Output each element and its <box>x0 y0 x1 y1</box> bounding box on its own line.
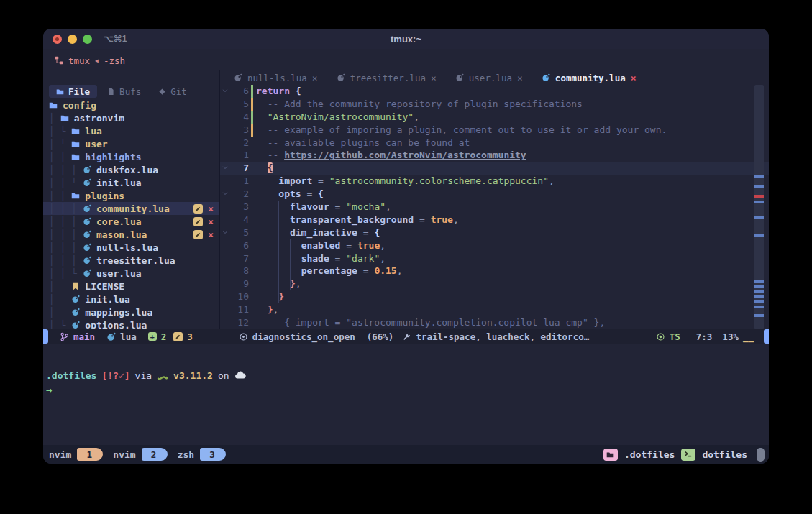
terminal-tab-process: -zsh <box>104 55 125 66</box>
tree-item-plugins[interactable]: │ │ plugins <box>43 189 219 202</box>
lua-file-icon <box>83 230 91 239</box>
code-line[interactable]: 9 }, <box>220 277 769 290</box>
line-number: 10 <box>230 290 249 303</box>
line-number: 5 <box>230 98 249 111</box>
buffer-tab-label: user.lua <box>469 73 512 83</box>
code-token: = <box>357 265 374 276</box>
tree-item-user[interactable]: │ └ user <box>43 137 219 150</box>
tree-item-label: LICENSE <box>85 281 124 292</box>
tree-item-LICENSE[interactable]: │ LICENSE <box>43 280 219 293</box>
code-line[interactable]: 5 dim_inactive = { <box>220 226 769 239</box>
code-line[interactable]: 8 percentage = 0.15, <box>220 265 769 277</box>
code-line[interactable]: 4 transparent_background = true, <box>220 214 769 226</box>
code-line[interactable]: 3 flavour = "mocha", <box>220 201 769 214</box>
code-line[interactable]: 6 enabled = true, <box>220 239 769 252</box>
tmux-window-index-badge: 1 <box>77 448 103 461</box>
code-line[interactable]: 6return { <box>220 85 769 98</box>
terminal-tab[interactable]: tmux ◀ -zsh <box>55 53 125 68</box>
code-token: = <box>301 188 318 199</box>
git-sign-column <box>249 111 256 124</box>
code-token: { <box>374 227 380 238</box>
buffer-tab-user-lua[interactable]: user.lua× <box>448 70 530 85</box>
code-line[interactable]: 2 -- available plugins can be found at <box>220 137 769 150</box>
explorer-tab-bufs[interactable]: Bufs <box>100 85 148 98</box>
code-line[interactable]: 2 opts = { <box>220 188 769 201</box>
buffer-close-icon[interactable]: × <box>517 73 523 83</box>
git-sign-column <box>249 201 256 214</box>
buffer-tab-treesitter-lua[interactable]: treesitter.lua× <box>329 70 444 85</box>
buffer-close-icon[interactable]: × <box>431 73 437 83</box>
code-line[interactable]: 10 } <box>220 290 769 303</box>
code-line[interactable]: 5 -- Add the community repository of plu… <box>220 98 769 111</box>
folder-icon <box>49 101 58 109</box>
tree-item-user-lua[interactable]: │ │ └ user.lua <box>43 267 219 280</box>
explorer-tab-git[interactable]: Git <box>151 85 194 98</box>
code-token: import <box>278 175 312 186</box>
code-token: true <box>431 214 453 225</box>
tmux-window-3[interactable]: zsh3 <box>178 448 226 461</box>
tree-item-null-ls-lua[interactable]: │ │ │ null-ls.lua <box>43 241 219 254</box>
editor-scrollbar[interactable] <box>754 85 764 329</box>
tree-item-mason-lua[interactable]: │ │ │ mason.lua× <box>43 228 219 241</box>
git-sign-change <box>251 124 253 137</box>
code-line[interactable]: 1 -- https://github.com/AstroNvim/astroc… <box>220 149 769 162</box>
tree-item-init-lua[interactable]: │ init.lua <box>43 293 219 306</box>
tree-item-astronvim[interactable]: │ astronvim <box>43 111 219 124</box>
fold-chevron-icon[interactable] <box>220 188 230 201</box>
tree-guides: │ │ │ <box>49 165 83 175</box>
formatters-segment: trail-space, luacheck, editorco… <box>402 331 589 342</box>
treesitter-segment: TS <box>656 331 680 342</box>
line-number: 3 <box>230 201 249 214</box>
tmux-window-2[interactable]: nvim2 <box>113 448 167 461</box>
tree-item-label: treesitter.lua <box>96 255 175 266</box>
git-branch-segment[interactable]: main <box>60 331 95 342</box>
tree-item-init-lua[interactable]: │ │ └ init.lua <box>43 176 219 189</box>
code-line[interactable]: 11 }, <box>220 303 769 316</box>
code-token: = <box>312 175 329 186</box>
code-editor[interactable]: 6return {5 -- Add the community reposito… <box>220 85 769 329</box>
buffer-close-icon[interactable]: × <box>312 73 318 83</box>
line-number: 7 <box>230 162 249 175</box>
code-text: -- Add the community repository of plugi… <box>256 98 769 111</box>
titlebar: ⌥⌘1 tmux:~ <box>43 29 769 49</box>
buffer-tab-null-ls-lua[interactable]: null-ls.lua× <box>227 70 325 85</box>
fold-chevron-icon <box>220 239 230 252</box>
tree-item-config[interactable]: config <box>43 98 219 111</box>
shell-pane[interactable]: .dotfiles [!?✓] via v3.11.2 on → <box>43 344 769 445</box>
scroll-percent: 13% <box>722 331 739 342</box>
tree-item-highlights[interactable]: │ │ highlights <box>43 150 219 163</box>
fold-chevron-icon <box>220 98 230 111</box>
tmux-right-status: .dotfilesdotfiles <box>603 448 769 462</box>
fold-chevron-icon <box>220 214 230 226</box>
code-text: shade = "dark", <box>256 252 769 265</box>
code-line[interactable]: 3 -- example of imporing a plugin, comme… <box>220 124 769 137</box>
terminal-badge-icon <box>681 449 695 461</box>
git-sign-column <box>249 265 256 277</box>
code-line[interactable]: 4 "AstroNvim/astrocommunity", <box>220 111 769 124</box>
tree-item-lua[interactable]: │ └ lua <box>43 124 219 137</box>
tree-guides: │ │ └ <box>49 178 83 188</box>
fold-chevron-icon[interactable] <box>220 162 230 175</box>
code-line[interactable]: 7 { <box>220 162 769 175</box>
buffer-close-icon[interactable]: × <box>631 73 637 83</box>
line-number: 1 <box>230 175 249 188</box>
code-token: dim_inactive <box>290 227 357 238</box>
tree-item-community-lua[interactable]: │ │ │ community.lua× <box>43 202 219 215</box>
tree-item-options-lua[interactable]: │ └ options.lua <box>43 318 219 329</box>
code-line[interactable]: 7 shade = "dark", <box>220 252 769 265</box>
tree-item-mappings-lua[interactable]: │ mappings.lua <box>43 306 219 318</box>
editor-cursor[interactable]: { <box>268 162 273 173</box>
explorer-tab-file[interactable]: File <box>49 85 97 98</box>
fold-chevron-icon[interactable] <box>220 85 230 98</box>
buffer-tab-community-lua[interactable]: community.lua× <box>534 70 644 85</box>
terminal-tab-arrow-icon: ◀ <box>95 58 99 64</box>
tree-item-core-lua[interactable]: │ │ │ core.lua× <box>43 215 219 228</box>
cloud-icon <box>234 370 246 381</box>
tmux-window-1[interactable]: nvim1 <box>49 448 103 461</box>
tree-item-treesitter-lua[interactable]: │ │ │ treesitter.lua <box>43 254 219 267</box>
code-line[interactable]: 1 import = "astrocommunity.colorscheme.c… <box>220 175 769 188</box>
code-token <box>256 162 268 173</box>
tree-item-duskfox-lua[interactable]: │ │ │ duskfox.lua <box>43 163 219 176</box>
fold-chevron-icon[interactable] <box>220 226 230 239</box>
code-line[interactable]: 12 -- { import = "astrocommunity.complet… <box>220 316 769 329</box>
